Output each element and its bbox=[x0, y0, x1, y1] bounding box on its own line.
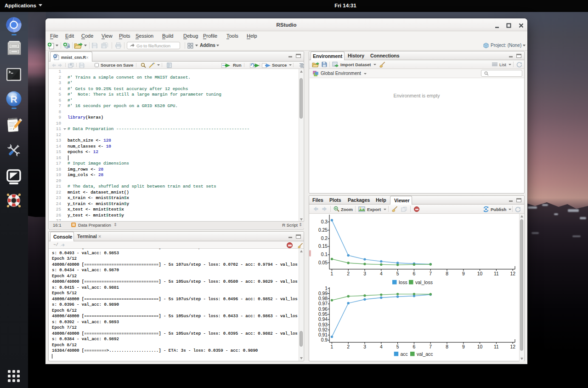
svg-text:0.96: 0.96 bbox=[318, 307, 328, 312]
svg-text:0.97: 0.97 bbox=[318, 301, 328, 306]
svg-text:12: 12 bbox=[510, 271, 515, 276]
svg-text:loss: loss bbox=[399, 280, 407, 285]
svg-text:2: 2 bbox=[347, 344, 350, 349]
svg-text:0.1: 0.1 bbox=[321, 252, 328, 257]
svg-text:10: 10 bbox=[477, 344, 483, 349]
svg-text:2: 2 bbox=[347, 271, 350, 276]
svg-text:1: 1 bbox=[325, 286, 328, 291]
svg-text:0.05: 0.05 bbox=[318, 260, 328, 265]
svg-text:0.93: 0.93 bbox=[318, 322, 328, 327]
svg-text:0.99: 0.99 bbox=[318, 291, 328, 296]
svg-text:0.15: 0.15 bbox=[318, 244, 328, 249]
svg-text:0.95: 0.95 bbox=[318, 312, 328, 317]
svg-text:5: 5 bbox=[396, 344, 399, 349]
svg-text:9: 9 bbox=[462, 271, 465, 276]
svg-text:1: 1 bbox=[331, 344, 334, 349]
svg-text:acc: acc bbox=[401, 351, 408, 357]
svg-text:0.2: 0.2 bbox=[321, 236, 328, 241]
svg-text:3: 3 bbox=[363, 271, 366, 276]
svg-text:10: 10 bbox=[477, 271, 483, 276]
svg-text:7: 7 bbox=[429, 271, 432, 276]
svg-text:11: 11 bbox=[494, 344, 499, 349]
svg-text:8: 8 bbox=[446, 344, 448, 349]
svg-text:0.3: 0.3 bbox=[321, 219, 328, 224]
svg-text:6: 6 bbox=[413, 344, 416, 349]
svg-text:9: 9 bbox=[462, 344, 465, 349]
svg-text:0.94: 0.94 bbox=[318, 317, 328, 322]
svg-text:1: 1 bbox=[331, 271, 334, 276]
svg-text:8: 8 bbox=[446, 271, 448, 276]
svg-text:0.92: 0.92 bbox=[318, 327, 328, 332]
svg-text:0.98: 0.98 bbox=[318, 296, 328, 301]
svg-text:0.25: 0.25 bbox=[318, 228, 328, 233]
svg-text:val_loss: val_loss bbox=[415, 280, 433, 285]
svg-text:7: 7 bbox=[429, 344, 432, 349]
svg-text:6: 6 bbox=[413, 271, 416, 276]
svg-text:val_acc: val_acc bbox=[417, 351, 433, 357]
svg-text:R: R bbox=[10, 94, 17, 104]
svg-text:R: R bbox=[54, 54, 57, 58]
svg-text:11: 11 bbox=[494, 271, 499, 276]
svg-text:0.9: 0.9 bbox=[321, 337, 328, 342]
svg-text:4: 4 bbox=[380, 344, 383, 349]
svg-text:0.91: 0.91 bbox=[318, 332, 328, 337]
svg-text:5: 5 bbox=[396, 271, 399, 276]
svg-text:4: 4 bbox=[380, 271, 383, 276]
svg-text:3: 3 bbox=[363, 344, 366, 349]
svg-text:12: 12 bbox=[510, 344, 515, 349]
svg-text:R: R bbox=[68, 45, 70, 48]
